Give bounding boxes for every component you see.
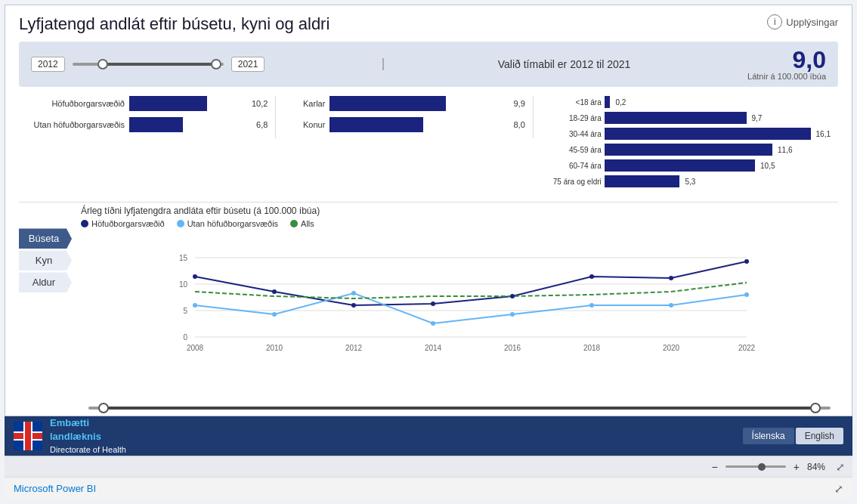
- bar-container-konur: [329, 117, 506, 132]
- dot-hofud-5: [589, 274, 594, 279]
- logo-name: Embættilandlæknis: [50, 417, 101, 442]
- chart-legend: Höfuðborgarsvæðið Utan höfuðborgarsvæðis…: [81, 219, 838, 228]
- nav-item-kyn[interactable]: Kyn: [19, 250, 72, 271]
- legend-dot-utan: [177, 220, 184, 227]
- zoom-plus-button[interactable]: +: [790, 461, 803, 473]
- info-label: Upplýsingar: [786, 17, 838, 28]
- legend-label-hofud: Höfuðborgarsvæðið: [91, 219, 165, 228]
- bar-container-karlar: [329, 96, 506, 111]
- year-start-badge: 2012: [31, 57, 65, 72]
- svg-text:2012: 2012: [345, 344, 363, 352]
- line-alls: [195, 283, 747, 298]
- info-button[interactable]: i Upplýsingar: [767, 14, 838, 29]
- svg-text:2016: 2016: [504, 344, 521, 352]
- bar-row-konur: Konur 8,0: [283, 117, 524, 132]
- bar-row-utan: Utan höfuðborgarsvæðis 6,8: [26, 117, 268, 132]
- slider-thumb-right[interactable]: [211, 59, 221, 70]
- legend-item-alls: Alls: [290, 219, 314, 228]
- svg-text:2020: 2020: [663, 344, 680, 352]
- age-bar-fill-5: [605, 175, 680, 187]
- age-bar-row-5: 75 ára og eldri 5,3: [541, 175, 831, 187]
- dot-utan-5: [589, 303, 594, 308]
- dot-utan-3: [431, 321, 435, 326]
- age-bar-section: <18 ára 0,2 18-29 ára 9,7 30-44 ára 16,1…: [534, 96, 838, 191]
- slider-thumb-left[interactable]: [97, 59, 108, 70]
- zoom-percent: 84%: [807, 462, 825, 472]
- bottom-slider: [81, 407, 838, 410]
- dot-utan-1: [272, 312, 277, 317]
- dot-utan-0: [193, 303, 197, 308]
- time-slider-track[interactable]: [73, 63, 224, 66]
- dot-utan-4: [510, 312, 515, 317]
- zoom-slider-thumb[interactable]: [758, 463, 766, 471]
- age-label-1: 18-29 ára: [541, 114, 602, 122]
- legend-item-utan: Utan höfuðborgarsvæðis: [177, 219, 278, 228]
- dot-hofud-4: [510, 294, 515, 298]
- svg-rect-20: [25, 422, 31, 450]
- age-label-5: 75 ára og eldri: [541, 178, 602, 186]
- line-chart-area: Árleg tíðni lyfjatengdra andláta eftir b…: [81, 206, 838, 410]
- dot-hofud-6: [669, 276, 673, 280]
- bar-fill-utan: [129, 117, 183, 132]
- expand-icon[interactable]: ⤢: [834, 483, 843, 495]
- bar-label-karlar: Karlar: [283, 99, 325, 108]
- bar-fill-hofud: [129, 96, 207, 111]
- report-header: Lyfjatengd andlát eftir búsetu, kyni og …: [19, 14, 838, 34]
- bottom-thumb-right[interactable]: [810, 403, 821, 413]
- fullscreen-btn[interactable]: ⤢: [836, 461, 845, 473]
- age-bar-fill-3: [605, 144, 772, 156]
- legend-dot-hofud: [81, 220, 88, 227]
- age-bar-value-3: 11,6: [778, 146, 792, 154]
- dot-hofud-2: [351, 303, 356, 308]
- big-stat: 9,0 Látnir á 100.000 íbúa: [747, 48, 826, 81]
- bar-container-utan: [129, 117, 249, 132]
- legend-item-hofud: Höfuðborgarsvæðið: [81, 219, 165, 228]
- dot-utan-7: [744, 292, 749, 297]
- zoom-bar: − + 84% ⤢: [5, 456, 852, 477]
- dot-hofud-0: [193, 274, 197, 279]
- bar-label-utan: Utan höfuðborgarsvæðis: [26, 120, 125, 129]
- report-title: Lyfjatengd andlát eftir búsetu, kyni og …: [19, 14, 329, 34]
- svg-text:2022: 2022: [738, 344, 756, 352]
- time-range-bar: 2012 2021 Valið tímabil er 2012 til 2021…: [19, 42, 838, 87]
- chart-svg-container: 0 5 10 15 2008 2010 2012 2014 2016 2018 …: [81, 231, 838, 404]
- bottom-slider-track[interactable]: [88, 407, 831, 410]
- age-bar-value-0: 0,2: [615, 98, 626, 107]
- lang-btn-islenska[interactable]: Íslenska: [743, 428, 794, 444]
- bottom-section: Búseta Kyn Aldur Árleg tíðni lyfjatengdr…: [19, 206, 838, 410]
- slider-fill: [103, 63, 216, 66]
- bar-value-karlar: 9,9: [513, 99, 524, 108]
- info-icon: i: [767, 14, 782, 29]
- residence-bar-section: Höfuðborgarsvæðið 10,2 Utan höfuðborgars…: [19, 96, 276, 138]
- age-bar-fill-0: [605, 96, 611, 108]
- zoom-slider-track[interactable]: [726, 465, 786, 468]
- legend-label-alls: Alls: [301, 219, 314, 228]
- svg-text:2014: 2014: [425, 344, 442, 352]
- bar-value-hofud: 10,2: [252, 99, 268, 108]
- bar-container-hofud: [129, 96, 244, 111]
- dot-hofud-3: [431, 301, 435, 306]
- gender-bar-section: Karlar 9,9 Konur 8,0: [276, 96, 533, 138]
- nav-item-aldur[interactable]: Aldur: [19, 272, 72, 292]
- age-bar-fill-2: [605, 128, 811, 140]
- logo-text: Embættilandlæknis Directorate of Health: [50, 416, 126, 456]
- zoom-minus-button[interactable]: −: [709, 461, 721, 473]
- powerbi-bar: Microsoft Power BI ⤢: [5, 477, 852, 499]
- chart-title: Árleg tíðni lyfjatengdra andláta eftir b…: [81, 206, 838, 216]
- bar-value-utan: 6,8: [256, 120, 268, 129]
- nav-item-buseta[interactable]: Búseta: [19, 228, 72, 249]
- age-bar-row-1: 18-29 ára 9,7: [541, 112, 831, 124]
- age-label-2: 30-44 ára: [541, 130, 602, 138]
- bar-value-konur: 8,0: [513, 120, 524, 129]
- main-container: Lyfjatengd andlát eftir búsetu, kyni og …: [0, 0, 857, 504]
- time-label: Valið tímabil er 2012 til 2021: [382, 58, 732, 70]
- svg-text:10: 10: [179, 280, 188, 289]
- footer: Embættilandlæknis Directorate of Health …: [5, 416, 852, 456]
- lang-btn-english[interactable]: English: [796, 428, 843, 444]
- dot-utan-2: [351, 291, 356, 295]
- age-bar-row-4: 60-74 ára 10,5: [541, 159, 831, 172]
- powerbi-link[interactable]: Microsoft Power BI: [14, 483, 96, 494]
- logo-area: Embættilandlæknis Directorate of Health: [14, 416, 126, 456]
- big-label: Látnir á 100.000 íbúa: [747, 72, 826, 81]
- bottom-thumb-left[interactable]: [98, 403, 109, 413]
